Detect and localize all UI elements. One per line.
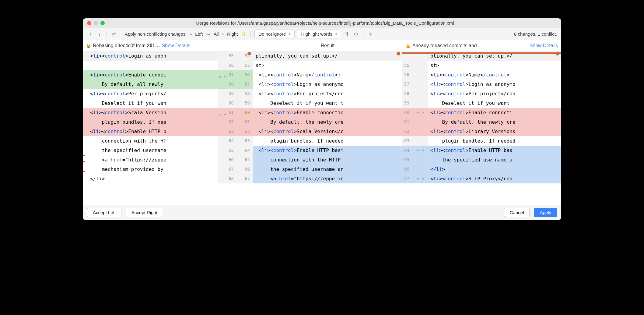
code-line[interactable]: plugin bundles. If nee6261 [83,117,253,127]
status-text: 8 changes. 1 conflict. [514,31,557,37]
code-line[interactable]: 55st> [402,61,561,70]
code-line[interactable]: 58<li><control>Per project</con [402,89,561,98]
code-line[interactable]: <li><control>Login as anon5554 [83,51,253,61]
code-line[interactable]: 62<li><control>Library Versions [402,127,561,136]
apply-button[interactable]: Apply [534,208,557,217]
code-line[interactable]: 57<li><control>Login as anonymo [402,80,561,89]
apply-hunk-icon[interactable]: « × [417,174,425,183]
code-line[interactable]: <li><control>Scala Version</c [253,127,402,136]
code-line[interactable]: 60« ×<li><control>Enable connecti [402,108,561,117]
compare-icon[interactable]: ⇄ [110,31,117,37]
accept-left-button[interactable]: Accept Left [87,208,121,217]
code-line[interactable]: 61 By default, the newly cre [402,117,561,127]
left-header: Rebasing d9ec4c0f from 201… [93,43,160,48]
accept-right-button[interactable]: Accept Right [126,208,163,217]
result-header: Result [321,43,334,48]
code-line[interactable]: Deselect it if you wan6059 [83,98,253,108]
code-line[interactable]: <li><control>Per project</con [253,89,402,98]
show-details-left[interactable]: Show Details [162,43,190,48]
code-line[interactable]: 65 the specified username a [402,155,561,165]
chevron-down-icon: ▾ [289,32,291,36]
code-line[interactable]: 5655 [83,61,253,70]
next-change-icon[interactable]: ↓ [96,31,103,37]
code-line[interactable]: connection with the HTTP [253,155,402,165]
code-line[interactable]: <li><control>Enable connec× »5756 [83,70,253,80]
show-details-right[interactable]: Show Details [530,43,558,48]
code-line[interactable]: <li><control>Scala Version× »61✨60 [83,108,253,117]
code-line[interactable]: the specified username6564 [83,146,253,155]
footer: Accept Left Accept Right Cancel Apply [83,205,561,220]
toolbar: ↑ ↓ ⇄ Apply non-conflicting changes: » L… [83,28,561,40]
lock-icon: 🔒 [86,43,91,48]
code-line[interactable]: mechanism provided by 6766 [83,165,253,174]
chevron-down-icon: ▾ [335,32,337,36]
prev-change-icon[interactable]: ↑ [87,31,94,37]
code-line[interactable]: <a href="https://zeppelin [253,174,402,183]
code-line[interactable]: 66</li> [402,165,561,174]
ignore-policy-dropdown[interactable]: Do not ignore ▾ [254,30,295,38]
result-pane: ptionally, you can set up.</st> <li><con… [253,51,402,205]
code-line[interactable]: By default, the newly cre [253,117,402,127]
code-line[interactable]: ptionally, you can set up.</ [253,51,402,61]
code-line[interactable]: <li><control>Name</control>: [253,70,402,80]
code-line[interactable]: the specified username an [253,165,402,174]
magic-resolve-icon[interactable]: ✨ [240,31,247,37]
code-line[interactable]: connection with the HT6463 [83,136,253,146]
titlebar: Merge Revisions for /Users/anna.gasparya… [83,18,561,28]
code-line[interactable]: </li>6867 [83,174,253,183]
chevrons-right-icon: » [190,32,192,37]
apply-left-button[interactable]: Left [195,31,203,37]
right-header: Already rebased commits and… [412,43,482,48]
apply-hunk-icon[interactable]: « × [417,146,425,155]
code-line[interactable]: By default, all newly5857 [83,80,253,89]
error-icon [397,52,400,55]
code-line[interactable]: <li><control>Enable connectio [253,108,402,117]
apply-hunk-icon[interactable]: « × [417,108,425,117]
apply-right-button[interactable]: Right [227,31,238,37]
code-line[interactable]: <li><control>Enable HTTP basi [253,146,402,155]
lock-icon: 🔒 [405,43,411,48]
code-line[interactable]: 63 plugin bundles. If needed [402,136,561,146]
code-line[interactable]: 67« ×<li><control>HTTP Proxy</con [402,174,561,183]
code-line[interactable]: 64« ×<li><control>Enable HTTP bas [402,146,561,155]
code-line[interactable]: plugin bundles. If needed [253,136,402,146]
right-pane: ptionally, you can set up.</55st>56<li><… [402,51,561,205]
chevrons-both-icon: »« [206,32,211,37]
code-line[interactable]: 59 Deselect it if you want [402,98,561,108]
merge-window: Merge Revisions for /Users/anna.gasparya… [83,18,561,220]
chevrons-left-icon: « [222,32,224,37]
code-line[interactable]: st> [253,61,402,70]
apply-label: Apply non-conflicting changes: [125,31,187,37]
gear-icon[interactable]: ⚙ [353,31,359,37]
error-icon [247,52,251,55]
close-icon[interactable] [87,21,91,25]
window-title: Merge Revisions for /Users/anna.gasparya… [93,20,557,26]
left-pane: <li><control>Login as anon55545655<li><c… [83,51,253,205]
pane-headers: 🔒 Rebasing d9ec4c0f from 201… Show Detai… [83,40,561,51]
diff-content: <li><control>Login as anon55545655<li><c… [83,51,561,205]
error-icon [556,52,559,55]
code-line[interactable]: <li><control>Enable HTTP b6362 [83,127,253,136]
code-line[interactable]: Deselect it if you want t [253,98,402,108]
help-icon[interactable]: ? [367,31,374,37]
code-line[interactable]: 56<li><control>Name</control>: [402,70,561,80]
apply-all-button[interactable]: All [214,31,219,37]
sync-scroll-icon[interactable]: ⇅ [344,31,350,37]
code-line[interactable]: <a href="https://zeppe6665 [83,155,253,165]
highlight-dropdown[interactable]: Highlight words ▾ [297,30,341,38]
code-line[interactable]: <li><control>Per project</5958 [83,89,253,98]
cancel-button[interactable]: Cancel [504,208,530,217]
code-line[interactable]: <li><control>Login as anonymo [253,80,402,89]
